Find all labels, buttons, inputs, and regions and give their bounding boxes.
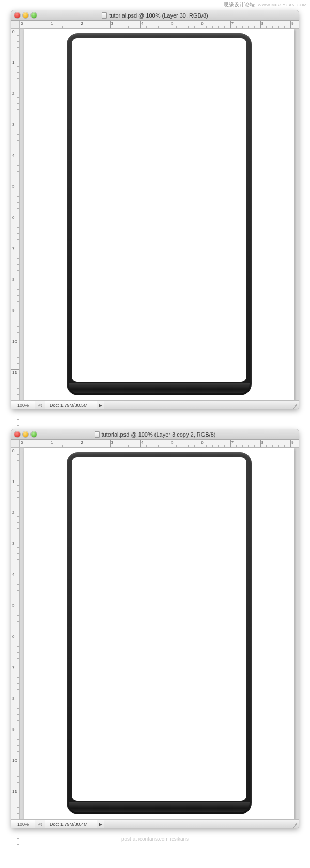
ruler-tick-label: 3 [111, 21, 113, 26]
ruler-tick-label: 3 [111, 440, 113, 445]
status-bar: 100% ◴ Doc: 1.79M/30.5M ▶ [11, 400, 299, 409]
ruler-tick-label: 9 [291, 440, 293, 445]
window-title: tutorial.psd @ 100% (Layer 30, RGB/8) [109, 12, 208, 19]
minimize-icon[interactable] [23, 12, 28, 18]
ruler-tick-label: 0 [12, 29, 14, 34]
zoom-icon[interactable] [31, 12, 37, 18]
ruler-tick-label: 8 [261, 21, 264, 26]
ruler-tick-label: 8 [12, 696, 14, 701]
ruler-tick-label: 9 [12, 308, 14, 313]
canvas-viewport[interactable] [20, 448, 299, 819]
canvas-viewport[interactable] [20, 29, 299, 400]
ruler-vertical[interactable]: 0123456789101112 [11, 448, 20, 819]
document-area: 0123456789101112 [11, 29, 299, 400]
artwork-phone-chin [69, 802, 250, 812]
ruler-tick-label: 4 [12, 572, 14, 577]
zoom-icon[interactable] [31, 431, 37, 437]
ruler-h-scale: 0123456789 [20, 440, 299, 447]
ruler-vertical[interactable]: 0123456789101112 [11, 29, 20, 400]
resize-grip-icon[interactable] [290, 820, 299, 828]
window-title-wrap: tutorial.psd @ 100% (Layer 3 copy 2, RGB… [11, 431, 299, 438]
ruler-tick-label: 2 [81, 21, 83, 26]
ruler-tick-label: 6 [201, 440, 203, 445]
ruler-tick-label: 11 [12, 370, 17, 375]
ruler-horizontal[interactable]: 0123456789 [11, 21, 299, 29]
ruler-tick-label: 9 [12, 727, 14, 732]
zoom-level[interactable]: 100% [11, 401, 35, 409]
ruler-tick-label: 3 [12, 122, 14, 127]
ruler-tick-label: 0 [21, 21, 23, 26]
ruler-tick-label: 8 [261, 440, 264, 445]
artwork-phone-screen [72, 457, 246, 801]
window-controls [14, 12, 37, 18]
window-title-wrap: tutorial.psd @ 100% (Layer 30, RGB/8) [11, 12, 299, 19]
ruler-tick-label: 0 [21, 440, 23, 445]
header-cn-text: 思缘设计论坛 [224, 1, 255, 8]
status-preview-icon[interactable]: ◴ [35, 820, 45, 828]
status-preview-icon[interactable]: ◴ [35, 401, 45, 409]
ruler-h-scale: 0123456789 [20, 21, 299, 28]
zoom-level[interactable]: 100% [11, 820, 35, 828]
header-watermark: WWW.MISSYUAN.COM [258, 3, 307, 7]
ruler-tick-label: 8 [12, 277, 14, 282]
ruler-tick-label: 6 [12, 634, 14, 639]
page-header: 思缘设计论坛 WWW.MISSYUAN.COM [0, 0, 310, 9]
window-title: tutorial.psd @ 100% (Layer 3 copy 2, RGB… [102, 431, 216, 438]
artwork-phone-frame [67, 33, 252, 395]
ruler-tick-label: 1 [51, 440, 53, 445]
ruler-tick-label: 5 [12, 603, 14, 608]
artwork-phone-screen [72, 38, 246, 382]
ruler-tick-label: 7 [12, 665, 14, 670]
ruler-tick-label: 7 [231, 21, 234, 26]
ruler-tick-label: 10 [12, 339, 17, 344]
ruler-tick-label: 2 [12, 91, 14, 96]
doc-size-info[interactable]: Doc: 1.79M/30.4M [45, 820, 97, 828]
ruler-tick-label: 4 [12, 153, 14, 158]
ruler-tick-label: 9 [291, 21, 293, 26]
ruler-tick-label: 2 [81, 440, 83, 445]
ruler-tick-label: 5 [171, 21, 173, 26]
ruler-tick-label: 6 [12, 215, 14, 220]
window-stack: tutorial.psd @ 100% (Layer 30, RGB/8) 01… [0, 9, 310, 833]
ruler-origin[interactable] [11, 440, 20, 448]
ruler-tick-label: 7 [12, 246, 14, 251]
close-icon[interactable] [14, 12, 20, 18]
canvas-page [24, 448, 295, 819]
resize-grip-icon[interactable] [290, 401, 299, 409]
info-menu-arrow-icon[interactable]: ▶ [97, 820, 104, 828]
artwork-phone-frame [67, 452, 252, 814]
document-proxy-icon[interactable] [102, 12, 107, 19]
status-bar: 100% ◴ Doc: 1.79M/30.4M ▶ [11, 819, 299, 828]
ruler-tick-label: 1 [51, 21, 53, 26]
info-menu-arrow-icon[interactable]: ▶ [97, 401, 104, 409]
ruler-tick-label: 11 [12, 789, 17, 794]
document-window: tutorial.psd @ 100% (Layer 3 copy 2, RGB… [11, 429, 299, 828]
ruler-tick-label: 7 [231, 440, 234, 445]
artwork-phone-chin [69, 383, 250, 393]
ruler-horizontal[interactable]: 0123456789 [11, 440, 299, 448]
ruler-tick-label: 3 [12, 541, 14, 546]
ruler-origin[interactable] [11, 21, 20, 29]
document-window: tutorial.psd @ 100% (Layer 30, RGB/8) 01… [11, 10, 299, 409]
ruler-tick-label: 5 [12, 184, 14, 189]
minimize-icon[interactable] [23, 431, 28, 437]
canvas-page [24, 29, 295, 400]
window-controls [14, 431, 37, 437]
ruler-tick-label: 1 [12, 479, 14, 484]
ruler-tick-label: 6 [201, 21, 203, 26]
ruler-tick-label: 4 [141, 440, 143, 445]
footer-credit: post at iconfans.com icsikaris [0, 833, 310, 846]
doc-size-info[interactable]: Doc: 1.79M/30.5M [45, 401, 97, 409]
ruler-tick-label: 0 [12, 448, 14, 453]
document-proxy-icon[interactable] [95, 431, 100, 438]
document-area: 0123456789101112 [11, 448, 299, 819]
ruler-tick-label: 10 [12, 758, 17, 763]
ruler-tick-label: 1 [12, 60, 14, 65]
close-icon[interactable] [14, 431, 20, 437]
ruler-tick-label: 5 [171, 440, 173, 445]
titlebar[interactable]: tutorial.psd @ 100% (Layer 3 copy 2, RGB… [11, 429, 299, 440]
ruler-tick-label: 2 [12, 510, 14, 515]
titlebar[interactable]: tutorial.psd @ 100% (Layer 30, RGB/8) [11, 10, 299, 21]
ruler-tick-label: 4 [141, 21, 143, 26]
